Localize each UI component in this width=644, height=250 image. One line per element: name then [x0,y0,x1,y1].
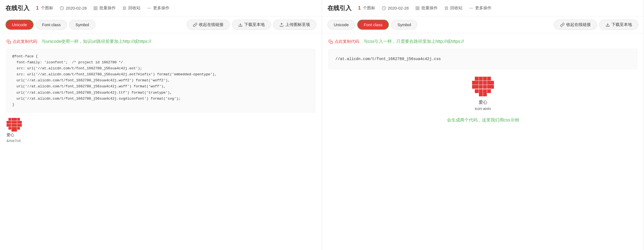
svg-rect-10 [8,41,11,44]
right-recycle[interactable]: 回收站 [444,5,463,11]
right-content: 点此复制代码 与css引入一样，只需要在路径里加上http://或https:/… [322,33,644,250]
svg-rect-30 [17,127,20,130]
svg-point-6 [149,8,149,8]
btn-download-right[interactable]: 下载至本地 [599,20,638,30]
left-content: 点此复制代码 与unicode使用一样，知识url路径前要加上http://或h… [0,33,322,250]
copy-hint-row-left: 点此复制代码 与unicode使用一样，知识url路径前要加上http://或h… [7,39,315,44]
copy-btn-right[interactable]: 点此复制代码 [329,39,359,44]
svg-rect-3 [94,8,95,10]
right-batch[interactable]: 批量操作 [415,5,438,11]
svg-rect-31 [11,129,14,132]
clock-icon-right [382,6,386,10]
svg-rect-23 [11,124,14,127]
left-badge: 1 [36,5,39,11]
svg-rect-49 [479,81,483,85]
svg-point-38 [470,8,470,8]
btn-download-label-left: 下载至本地 [244,22,265,27]
svg-rect-1 [94,7,95,8]
btn-download-label-right: 下载至本地 [612,22,632,27]
svg-rect-52 [490,81,494,85]
right-badge: 1 [358,5,361,11]
svg-rect-2 [96,7,97,8]
left-badge-item: 1 个图标 [36,5,53,11]
svg-rect-36 [416,8,417,10]
batch-icon-right [415,6,420,10]
svg-rect-12 [11,118,14,121]
right-toolbar: 在线引入 1 个图标 2020-02-28 批量操作 回收站 更多操作 [322,0,644,16]
svg-point-5 [148,8,148,8]
svg-rect-55 [479,85,483,89]
heart-svg-right [472,77,494,96]
left-tab-bar: Unicode Font class Symbol 收起在线链接 下载至本地 上… [0,16,322,33]
svg-rect-46 [487,77,491,81]
left-panel: 在线引入 1 个图标 2020-02-28 批量操作 回收站 更多操作 Unic… [0,0,322,250]
tab-fontclass-left[interactable]: Font class [36,20,67,29]
svg-rect-44 [479,77,483,81]
left-toolbar: 在线引入 1 个图标 2020-02-28 批量操作 回收站 更多操作 [0,0,322,16]
svg-rect-16 [8,121,11,124]
svg-rect-11 [8,118,11,121]
copy-hint-row-right: 点此复制代码 与css引入一样，只需要在路径里加上http://或https:/… [329,39,637,44]
copy-btn-left[interactable]: 点此复制代码 [7,39,37,44]
hint-text-right: 与css引入一样，只需要在路径里加上http://或https:// [363,39,464,44]
right-batch-label: 批量操作 [421,5,438,11]
left-recycle[interactable]: 回收站 [122,5,141,11]
right-panel: 在线引入 1 个图标 2020-02-28 批量操作 回收站 更多操作 Unic… [322,0,644,250]
link-icon-right [560,23,565,27]
right-title: 在线引入 [327,4,351,12]
tab-symbol-right[interactable]: Symbol [391,20,417,29]
svg-rect-58 [490,85,494,89]
right-badge-item: 1 个图标 [358,5,375,11]
btn-download-left[interactable]: 下载至本地 [232,20,271,30]
link-icon [193,23,197,27]
download-icon-left [238,23,243,27]
btn-upload-left[interactable]: 上传图标至项 [273,20,316,30]
tab-symbol-left[interactable]: Symbol [69,20,95,29]
svg-rect-27 [8,127,11,130]
svg-rect-34 [416,7,417,8]
svg-rect-63 [479,93,483,96]
more-icon [147,6,151,10]
right-tab-bar: Unicode Font class Symbol 收起在线链接 下载至本地 [322,16,644,33]
tab-unicode-left[interactable]: Unicode [5,20,34,30]
btn-collapse-left[interactable]: 收起在线链接 [187,20,230,30]
left-recycle-label: 回收站 [128,5,141,11]
bottom-hint-right: 会生成两个代码，这里我们用css示例 [447,117,519,123]
svg-rect-4 [96,8,97,10]
right-date-item: 2020-02-28 [382,6,409,10]
svg-rect-45 [483,77,487,81]
svg-rect-62 [487,89,491,93]
btn-collapse-label-right: 收起在线链接 [566,22,591,27]
recycle-icon [122,6,127,10]
left-badge-unit: 个图标 [41,5,53,11]
hint-text-left: 与unicode使用一样，知识url路径前要加上http://或https:// [41,39,151,44]
clock-icon [60,6,64,10]
svg-point-40 [472,8,473,8]
btn-upload-label-left: 上传图标至项 [285,22,310,27]
left-batch[interactable]: 批量操作 [93,5,116,11]
svg-rect-48 [475,81,479,85]
tab-fontclass-right[interactable]: Font class [357,20,389,30]
svg-rect-32 [14,129,17,132]
code-block-left[interactable]: @font-face { font-family: 'iconfont'; /*… [7,49,315,112]
btn-collapse-label-left: 收起在线链接 [199,22,223,27]
svg-rect-61 [483,89,487,93]
left-more[interactable]: 更多操作 [147,5,169,11]
icon-preview-right: 爱心 icon-aixin 会生成两个代码，这里我们用css示例 [329,77,637,123]
svg-rect-18 [14,121,17,124]
svg-rect-50 [483,81,487,85]
svg-rect-43 [475,77,479,81]
tab-unicode-right[interactable]: Unicode [327,20,355,29]
left-date-item: 2020-02-28 [60,6,87,10]
right-more[interactable]: 更多操作 [469,5,491,11]
svg-rect-26 [19,124,22,127]
right-date: 2020-02-28 [388,6,409,10]
url-block-right[interactable]: //at.alicdn.com/t/font_1662780_j56sua4c4… [329,49,637,69]
download-icon-right [606,23,610,27]
btn-collapse-right[interactable]: 收起在线链接 [554,20,597,30]
svg-point-7 [150,8,151,8]
icon-class-right: icon-aixin [475,106,491,111]
svg-rect-42 [330,41,333,44]
upload-icon-left [279,23,284,27]
svg-rect-54 [475,85,479,89]
